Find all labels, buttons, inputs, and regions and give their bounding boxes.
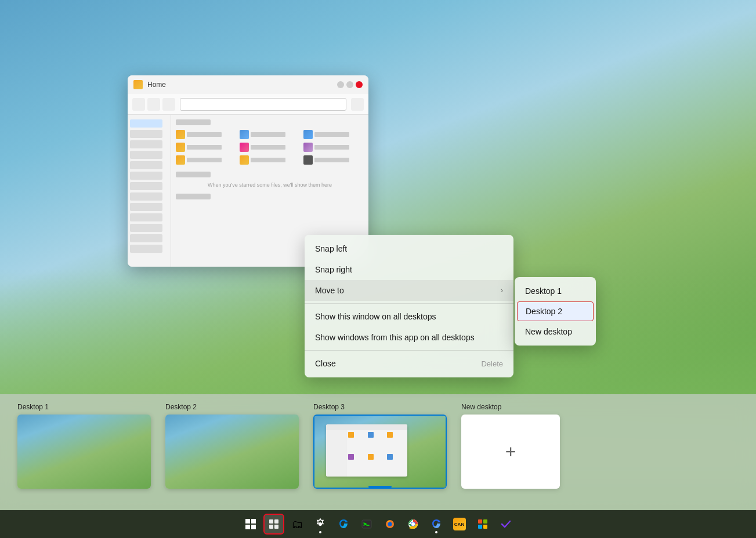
new-desktop-label: New desktop	[461, 403, 560, 411]
svg-rect-15	[483, 519, 487, 524]
taskbar-start-button[interactable]	[240, 514, 261, 535]
desktop-item-1[interactable]: Desktop 1	[17, 403, 151, 489]
delete-shortcut: Delete	[481, 359, 503, 368]
fe-search-btn[interactable]	[351, 98, 364, 111]
edge-dev-icon	[431, 518, 442, 530]
fe-folder-icon	[303, 130, 313, 139]
context-menu-move-to[interactable]: Move to ›	[305, 280, 513, 301]
fe-nav-pictures[interactable]	[130, 172, 162, 180]
desktop-item-3[interactable]: Desktop 3	[313, 403, 447, 489]
fe-file-label	[187, 145, 222, 150]
desktop-item-new[interactable]: New desktop +	[461, 403, 560, 489]
fe-file-misc1[interactable]	[176, 155, 236, 165]
fe-file-label	[314, 132, 349, 137]
fe-file-documents[interactable]	[303, 130, 364, 139]
submenu-desktop-1[interactable]: Desktop 1	[515, 281, 596, 301]
taskbar: 🗂	[0, 510, 756, 538]
fe-files-grid	[176, 130, 364, 165]
fe-file-label	[187, 132, 222, 137]
fe-file-misc3[interactable]	[303, 155, 364, 165]
desktop-1-bg	[17, 415, 151, 489]
fe-forward-btn[interactable]	[147, 98, 160, 111]
fe-file-pictures[interactable]	[176, 143, 236, 152]
fe-file-music[interactable]	[240, 143, 300, 152]
fe-file-misc2[interactable]	[240, 155, 300, 165]
submenu-new-desktop[interactable]: New desktop	[515, 321, 596, 342]
fe-nav-videos[interactable]	[130, 192, 162, 201]
context-menu-snap-left[interactable]: Snap left	[305, 238, 513, 259]
fe-window-controls	[337, 81, 363, 88]
fe-nav-thispc[interactable]	[130, 245, 162, 253]
fe-file-videos[interactable]	[303, 143, 364, 152]
svg-rect-4	[269, 519, 273, 524]
fe-back-btn[interactable]	[132, 98, 145, 111]
mini-file-2	[368, 432, 374, 438]
fe-close-btn[interactable]	[356, 81, 363, 88]
fe-nav-desktop[interactable]	[130, 140, 162, 148]
fe-nav-misc1[interactable]	[130, 203, 162, 211]
fe-file-desktop[interactable]	[176, 130, 236, 139]
fe-nav-documents[interactable]	[130, 161, 162, 169]
fe-up-btn[interactable]	[162, 98, 175, 111]
context-menu-snap-right[interactable]: Snap right	[305, 259, 513, 280]
fe-file-downloads[interactable]	[240, 130, 300, 139]
taskbar-settings-button[interactable]	[310, 514, 331, 535]
fe-minimize-btn[interactable]	[337, 81, 344, 88]
fe-folder-icon	[303, 155, 313, 165]
taskbar-taskview-button[interactable]	[263, 514, 284, 535]
desktop-2-thumbnail[interactable]	[165, 415, 299, 489]
submenu-desktop-2[interactable]: Desktop 2	[517, 301, 594, 321]
fe-nav-misc3[interactable]	[130, 224, 162, 232]
svg-rect-2	[245, 525, 250, 529]
taskbar-chrome-button[interactable]	[403, 514, 424, 535]
desktop-3-thumbnail[interactable]	[313, 415, 447, 489]
context-menu-show-all[interactable]: Show this window on all desktops	[305, 306, 513, 327]
desktop-3-window-preview	[326, 424, 407, 477]
add-desktop-icon: +	[505, 441, 516, 463]
mini-fe-header	[326, 424, 407, 430]
svg-rect-1	[251, 519, 256, 524]
can-icon: CAN	[453, 518, 466, 530]
fe-nav-downloads[interactable]	[130, 151, 162, 159]
taskbar-edge-button[interactable]	[333, 514, 354, 535]
new-desktop-thumbnail[interactable]: +	[461, 415, 560, 489]
firefox-icon	[384, 518, 396, 530]
fe-folder-icon	[240, 130, 249, 139]
mini-fe-sidebar	[326, 430, 346, 477]
taskbar-store-button[interactable]	[472, 514, 493, 535]
fe-nav-misc4[interactable]	[130, 234, 162, 242]
checkmark-icon	[500, 518, 512, 530]
taskbar-file-explorer-button[interactable]: 🗂	[287, 514, 308, 535]
fe-favorites-empty: When you've starred some files, we'll sh…	[176, 182, 364, 188]
mini-file-6	[387, 454, 393, 460]
fe-titlebar: Home	[128, 75, 368, 94]
fe-toolbar	[128, 94, 368, 115]
taskbar-can-button[interactable]: CAN	[449, 514, 470, 535]
svg-rect-3	[251, 525, 256, 529]
taskbar-terminal-button[interactable]	[356, 514, 377, 535]
fe-nav-music[interactable]	[130, 182, 162, 190]
mini-fe-main	[346, 430, 407, 477]
desktop-1-label: Desktop 1	[17, 403, 151, 411]
fe-maximize-btn[interactable]	[346, 81, 353, 88]
terminal-icon	[361, 518, 372, 530]
fe-nav-onedrive[interactable]	[130, 130, 162, 138]
fe-nav-home[interactable]	[130, 119, 162, 128]
fe-nav-misc2[interactable]	[130, 213, 162, 221]
taskbar-edge-dev-button[interactable]	[426, 514, 447, 535]
fe-app-icon	[133, 80, 143, 89]
mini-file-5	[368, 454, 374, 460]
store-icon	[477, 518, 489, 530]
context-menu-close[interactable]: Close Delete	[305, 353, 513, 374]
desktop-item-2[interactable]: Desktop 2	[165, 403, 299, 489]
svg-rect-6	[269, 525, 273, 529]
fe-file-label	[314, 158, 349, 162]
fe-address-bar[interactable]	[180, 98, 346, 111]
submenu-move-to: Desktop 1 Desktop 2 New desktop	[515, 277, 596, 346]
taskbar-firefox-button[interactable]	[379, 514, 400, 535]
desktop-1-thumbnail[interactable]	[17, 415, 151, 489]
fe-favorites-section: When you've starred some files, we'll sh…	[176, 172, 364, 188]
taskbar-viva-button[interactable]	[495, 514, 516, 535]
context-menu-show-app-all[interactable]: Show windows from this app on all deskto…	[305, 327, 513, 348]
fe-title: Home	[147, 81, 332, 89]
